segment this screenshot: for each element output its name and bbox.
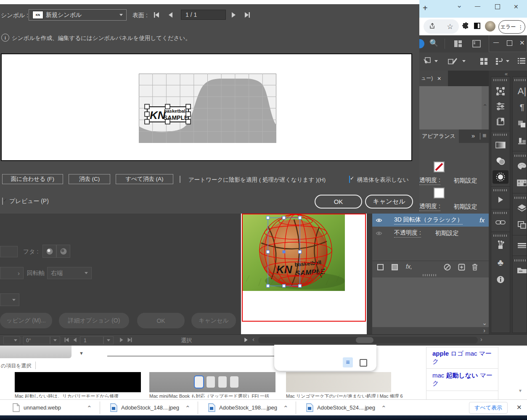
clear-all-button[interactable]: すべて消去 (A): [116, 174, 173, 184]
panel-menu-icon[interactable]: [482, 132, 486, 140]
result-thumbnail-3[interactable]: [286, 372, 391, 392]
chevron-down-icon[interactable]: [506, 60, 509, 62]
hscroll-right-icon[interactable]: [480, 335, 482, 343]
result-caption-3[interactable]: Mac リンゴマーク下のバーが進まない処理 | Mac 修理 6: [286, 393, 416, 398]
new-stroke-icon[interactable]: [377, 264, 384, 270]
align-panel-icon[interactable]: [514, 134, 527, 148]
collapse-panel-icon[interactable]: [471, 132, 475, 139]
workspace-switcher-icon[interactable]: [472, 40, 481, 49]
browser-minimize-button[interactable]: [475, 3, 480, 9]
libraries-panel-icon[interactable]: [492, 115, 509, 128]
offset-field[interactable]: [0, 267, 24, 279]
surface-dropdown[interactable]: [0, 293, 19, 306]
search-icon[interactable]: [429, 39, 438, 48]
swatches-panel-icon[interactable]: [514, 176, 527, 190]
dropdown-arrow-icon[interactable]: [79, 351, 84, 356]
revolve-ok-button[interactable]: OK: [137, 313, 185, 328]
next-frame-icon[interactable]: [119, 337, 124, 343]
stroke-swatch[interactable]: [434, 161, 445, 172]
status-play-icon[interactable]: [243, 337, 249, 343]
favorite-icon[interactable]: [447, 22, 453, 31]
asset-export-panel-icon[interactable]: [514, 263, 527, 277]
rotation-dropdown[interactable]: [50, 336, 60, 344]
anchor-tool-icon[interactable]: [447, 57, 458, 67]
mapped-symbol[interactable]: KN basketball SAMPLE: [145, 104, 191, 124]
strip-drag-handle[interactable]: [493, 235, 508, 237]
cancel-button[interactable]: キャンセル: [365, 195, 413, 209]
hscroll-left-icon[interactable]: [252, 335, 254, 343]
opacity-row[interactable]: 不透明度 : 初期設定: [372, 227, 489, 240]
first-frame-icon[interactable]: [64, 337, 69, 343]
symbols-panel-icon[interactable]: [492, 256, 509, 269]
mapping-button[interactable]: ッピング (M)...: [0, 313, 52, 328]
panel-resize-handle[interactable]: [423, 274, 437, 276]
strip-drag-handle[interactable]: [514, 155, 527, 157]
result-thumbnail-1[interactable]: [15, 372, 141, 392]
hscrollbar-thumb[interactable]: [356, 337, 373, 343]
info-panel-icon[interactable]: [492, 273, 509, 286]
frame-view-button[interactable]: [360, 359, 367, 367]
panel-hscroll[interactable]: [372, 327, 489, 334]
last-frame-icon[interactable]: [127, 337, 132, 343]
transform-panel-icon[interactable]: [492, 85, 509, 98]
transparency-label[interactable]: 透明度 :: [419, 203, 440, 211]
document-tab[interactable]: ュー): [418, 71, 448, 86]
transparency-value[interactable]: 初期設定: [454, 203, 477, 211]
tab-close-icon[interactable]: [437, 76, 441, 82]
3d-materials-panel-icon[interactable]: [493, 170, 508, 184]
transparency-label[interactable]: 透明度 :: [419, 177, 440, 185]
ai-maximize-button[interactable]: [507, 40, 512, 46]
hide-structure-checkbox[interactable]: [349, 176, 350, 183]
properties-panel-icon[interactable]: [492, 100, 509, 113]
download-item-3[interactable]: AdobeStock_198....jpeg: [219, 404, 277, 411]
ai-close-button[interactable]: [519, 39, 525, 47]
scroll-down-icon[interactable]: [482, 320, 487, 326]
effect-label[interactable]: 3D 回転体（クラシック）: [394, 216, 463, 225]
collapse-dock-icon[interactable]: [505, 71, 508, 77]
effect-row-3d-revolve[interactable]: 3D 回転体（クラシック） fx: [372, 214, 489, 227]
profile-error-button[interactable]: エラー: [498, 20, 525, 34]
scroll-up-icon[interactable]: [482, 103, 487, 110]
selection-tool-icon[interactable]: [422, 57, 432, 67]
zoom-dropdown[interactable]: [3, 336, 20, 344]
brushes-panel-icon[interactable]: [492, 238, 509, 252]
cap-on-toggle[interactable]: [42, 245, 56, 258]
split-screen-icon[interactable]: [474, 23, 480, 29]
extensions-icon[interactable]: [462, 22, 470, 31]
stroke-panel-icon[interactable]: [514, 239, 527, 252]
strip-drag-handle[interactable]: [514, 197, 527, 199]
result-thumbnail-2[interactable]: [149, 372, 275, 392]
fx-icon[interactable]: fx: [479, 217, 485, 224]
prev-frame-icon[interactable]: [72, 337, 78, 343]
strip-drag-handle[interactable]: [493, 189, 508, 191]
last-surface-icon[interactable]: [244, 12, 251, 18]
surface-page-field[interactable]: 1 / 1: [181, 10, 226, 20]
actions-panel-icon[interactable]: [492, 193, 509, 206]
close-download-bar-icon[interactable]: [516, 404, 522, 411]
visibility-eye-icon[interactable]: [376, 230, 382, 236]
download-item-1[interactable]: unnamed.webp: [24, 404, 61, 411]
more-options-button[interactable]: 詳細オプション (O): [59, 313, 129, 328]
basketball-photo[interactable]: KN basketball SAMPLE: [242, 214, 345, 291]
surface-grid[interactable]: KN basketball SAMPLE: [139, 74, 276, 143]
transparency-panel-icon[interactable]: [492, 154, 509, 168]
transparency-value[interactable]: 初期設定: [454, 177, 477, 185]
add-effect-fx-icon[interactable]: fx,: [406, 263, 412, 270]
download-menu-icon[interactable]: [381, 404, 387, 412]
frame-field[interactable]: 1: [80, 336, 103, 344]
strip-drag-handle[interactable]: [514, 259, 527, 262]
avatar[interactable]: [485, 21, 495, 32]
clear-button[interactable]: 消去 (C): [69, 174, 110, 184]
mapping-preview-box[interactable]: KN basketball SAMPLE: [1, 53, 412, 161]
fill-swatch[interactable]: [434, 188, 445, 198]
chevron-down-icon[interactable]: [462, 60, 466, 62]
shade-artwork-checkbox[interactable]: [180, 176, 180, 183]
snap-options-icon[interactable]: [495, 58, 504, 66]
preview-checkbox[interactable]: [2, 198, 3, 205]
ai-minimize-button[interactable]: [493, 39, 499, 45]
first-surface-icon[interactable]: [153, 12, 160, 18]
result-caption-1[interactable]: Mac 起動しない時は、リカバリーモードから修復: [15, 393, 141, 398]
show-all-button[interactable]: すべて表示: [469, 402, 508, 414]
layers-panel-icon[interactable]: [514, 201, 527, 215]
pathfinder-panel-icon[interactable]: [514, 117, 527, 131]
